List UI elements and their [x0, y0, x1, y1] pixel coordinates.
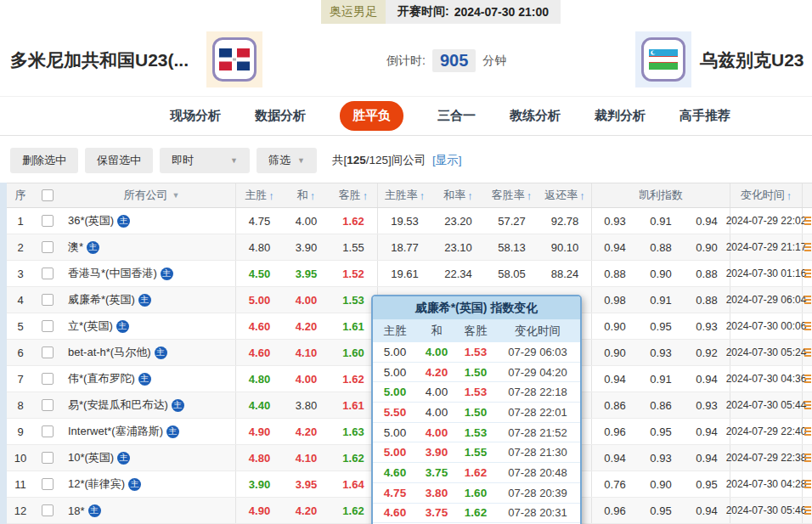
- company-name[interactable]: 18*: [68, 504, 85, 517]
- kelly-away-cell: 0.95: [684, 471, 730, 497]
- col-draw[interactable]: 和↑: [283, 183, 330, 207]
- odds-change-popup: 威廉希*(英国) 指数变化 主胜 和 客胜 变化时间 5.004.001.530…: [371, 295, 582, 524]
- tab-referee-analysis[interactable]: 裁判分析: [595, 108, 646, 124]
- kelly-home-cell: 0.96: [592, 498, 638, 523]
- row-checkbox[interactable]: [42, 320, 54, 332]
- company-name[interactable]: 12*(菲律宾): [68, 476, 125, 492]
- odds-value: 1.63: [342, 425, 364, 438]
- company-cell[interactable]: 18*主: [61, 498, 236, 523]
- col-change-time[interactable]: 变化时间↑: [730, 183, 803, 207]
- company-cell[interactable]: 香港马*(中国香港)主: [61, 261, 236, 286]
- company-cell[interactable]: Interwet*(塞浦路斯)主: [61, 419, 236, 444]
- col-home-win[interactable]: 主胜↑: [236, 183, 283, 207]
- company-cell[interactable]: 36*(英国)主: [61, 208, 236, 234]
- trend-chart-icon[interactable]: [804, 243, 811, 252]
- company-cell[interactable]: 澳*主: [61, 234, 236, 260]
- trend-chart-icon[interactable]: [804, 401, 811, 410]
- instant-dropdown[interactable]: 即时 ▼: [160, 148, 250, 173]
- trend-chart-icon[interactable]: [804, 322, 811, 331]
- col-away-rate[interactable]: 客胜率↑: [485, 183, 539, 207]
- company-cell[interactable]: 12*(菲律宾)主: [61, 471, 236, 497]
- company-name[interactable]: 伟*(直布罗陀): [68, 371, 135, 386]
- tab-data-analysis[interactable]: 数据分析: [255, 108, 306, 124]
- col-draw-rate[interactable]: 和率↑: [431, 183, 485, 207]
- row-checkbox[interactable]: [42, 241, 54, 253]
- company-name[interactable]: 10*(英国): [68, 450, 114, 465]
- trend-chart-icon[interactable]: [804, 427, 811, 437]
- row-checkbox[interactable]: [42, 452, 54, 464]
- odds-draw-cell: 4.00: [283, 208, 330, 234]
- col-away-win[interactable]: 客胜↑: [330, 183, 378, 207]
- trend-chart-icon[interactable]: [804, 506, 811, 516]
- select-all-checkbox[interactable]: [42, 189, 54, 201]
- company-name[interactable]: 易*(安提瓜和巴布达): [68, 397, 168, 413]
- popup-home-cell: 5.00: [373, 386, 417, 398]
- company-name[interactable]: 澳*: [68, 239, 83, 255]
- show-link[interactable]: [显示]: [432, 154, 462, 166]
- odds-value: 1.62: [465, 466, 487, 479]
- company-cell[interactable]: 伟*(直布罗陀)主: [61, 366, 236, 392]
- tab-live-analysis[interactable]: 现场分析: [170, 108, 221, 124]
- chevron-down-icon: ▼: [172, 191, 180, 200]
- row-checkbox[interactable]: [42, 268, 54, 279]
- row-checkbox[interactable]: [42, 425, 54, 437]
- trend-chart-icon[interactable]: [804, 269, 811, 279]
- popup-time-cell: 07-29 06:03: [495, 346, 580, 358]
- trend-chart-icon[interactable]: [804, 296, 811, 305]
- odds-home-cell: 3.90: [236, 471, 283, 497]
- odds-value: 4.60: [249, 347, 270, 359]
- row-checkbox[interactable]: [42, 399, 54, 411]
- countdown-value: 905: [432, 49, 476, 72]
- keep-selected-button[interactable]: 保留选中: [85, 148, 153, 173]
- popup-home-cell: 5.00: [373, 366, 417, 379]
- odds-away-cell: 1.55: [330, 234, 378, 260]
- row-checkbox[interactable]: [42, 373, 54, 385]
- company-name[interactable]: 36*(英国): [68, 213, 114, 228]
- company-name[interactable]: 立*(英国): [68, 318, 113, 334]
- delete-selected-button[interactable]: 删除选中: [10, 148, 78, 173]
- seq-cell: 5: [7, 313, 34, 339]
- company-name[interactable]: bet-at-h*(马尔他): [68, 345, 151, 360]
- company-name[interactable]: Interwet*(塞浦路斯): [68, 424, 163, 439]
- checkbox-cell: [34, 313, 61, 339]
- filter-dropdown[interactable]: 筛选 ▼: [257, 148, 317, 173]
- col-home-rate[interactable]: 主胜率↑: [378, 183, 431, 207]
- row-checkbox[interactable]: [42, 294, 54, 306]
- tab-3in1[interactable]: 三合一: [437, 108, 476, 124]
- odds-value: 4.40: [249, 399, 270, 412]
- main-company-badge: 主: [87, 241, 99, 254]
- countdown: 倒计时: 905 分钟: [386, 49, 506, 72]
- tab-expert-picks[interactable]: 高手推荐: [679, 108, 730, 124]
- company-cell[interactable]: 10*(英国)主: [61, 445, 236, 470]
- trend-chart-icon[interactable]: [804, 375, 811, 384]
- trend-cell: [803, 208, 812, 234]
- trend-chart-icon[interactable]: [804, 480, 811, 489]
- trend-chart-icon[interactable]: [804, 454, 811, 463]
- popup-draw-cell: 3.90: [417, 446, 456, 459]
- match-info-strip: 奥运男足 开赛时间: 2024-07-30 21:00: [321, 0, 561, 24]
- company-cell[interactable]: bet-at-h*(马尔他)主: [61, 340, 236, 365]
- kelly-home-cell: 0.88: [592, 261, 638, 286]
- tab-1x2[interactable]: 胜平负: [340, 101, 403, 131]
- kelly-draw-cell: 0.95: [638, 498, 684, 523]
- row-checkbox[interactable]: [42, 478, 54, 490]
- company-cell[interactable]: 易*(安提瓜和巴布达)主: [61, 392, 236, 418]
- company-cell[interactable]: 立*(英国)主: [61, 313, 236, 339]
- row-checkbox[interactable]: [42, 347, 54, 358]
- row-checkbox[interactable]: [42, 504, 54, 516]
- trend-chart-icon[interactable]: [804, 217, 811, 226]
- company-name[interactable]: 香港马*(中国香港): [68, 266, 157, 281]
- kelly-home-cell: 0.94: [592, 234, 638, 260]
- odds-value: 4.80: [249, 373, 270, 386]
- col-return-rate[interactable]: 返还率↑: [539, 183, 592, 207]
- col-company[interactable]: 所有公司 ▼: [61, 183, 236, 207]
- odds-value: 3.80: [296, 399, 317, 412]
- row-checkbox[interactable]: [42, 215, 54, 227]
- odds-home-cell: 4.80: [236, 234, 283, 260]
- odds-value: 1.53: [465, 346, 487, 358]
- trend-chart-icon[interactable]: [804, 348, 811, 358]
- company-name[interactable]: 威廉希*(英国): [68, 292, 135, 307]
- company-cell[interactable]: 威廉希*(英国)主: [61, 287, 236, 313]
- popup-away-cell: 1.50: [456, 406, 495, 419]
- tab-coach-analysis[interactable]: 教练分析: [510, 108, 561, 124]
